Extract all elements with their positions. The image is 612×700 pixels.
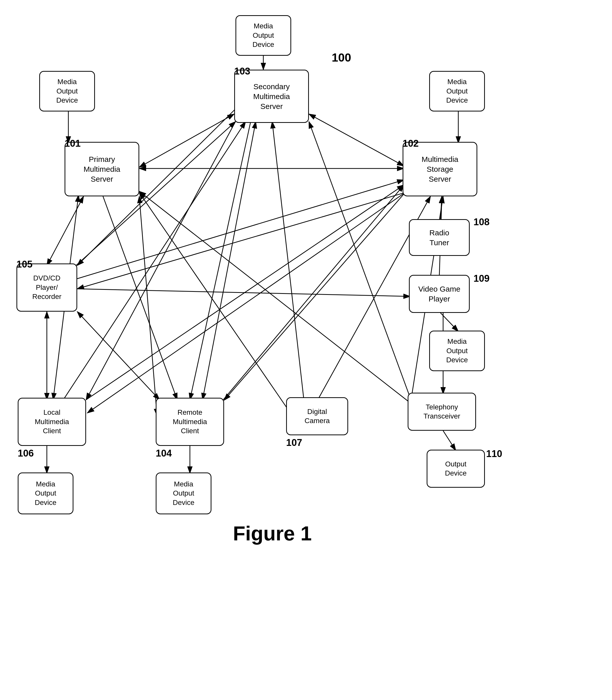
node-media-output-local: Media Output Device bbox=[18, 472, 73, 514]
figure-title: Figure 1 bbox=[233, 522, 312, 545]
label-101: 101 bbox=[65, 138, 81, 149]
node-radio-tuner: Radio Tuner bbox=[409, 219, 470, 256]
svg-line-37 bbox=[139, 191, 410, 403]
node-media-output-vgp: Media Output Device bbox=[429, 331, 485, 371]
svg-line-22 bbox=[77, 193, 405, 289]
node-label-media-remote: Media Output Device bbox=[173, 480, 194, 507]
svg-line-33 bbox=[139, 196, 157, 415]
node-remote-multimedia-client: Remote Multimedia Client bbox=[156, 398, 224, 446]
node-media-output-remote: Media Output Device bbox=[156, 472, 211, 514]
label-110: 110 bbox=[486, 449, 502, 459]
node-multimedia-storage-server: Multimedia Storage Server bbox=[403, 142, 477, 196]
node-label-storage: Multimedia Storage Server bbox=[421, 154, 458, 184]
node-dvd-cd: DVD/CD Player/ Recorder bbox=[16, 263, 77, 312]
svg-line-32 bbox=[86, 185, 404, 400]
label-103: 103 bbox=[234, 66, 250, 77]
svg-line-12 bbox=[443, 431, 456, 451]
label-105: 105 bbox=[16, 259, 32, 270]
label-109: 109 bbox=[473, 273, 489, 284]
node-label-output-110: Output Device bbox=[445, 459, 467, 478]
label-102: 102 bbox=[403, 138, 419, 149]
node-label-media-output-top: Media Output Device bbox=[252, 22, 274, 49]
node-media-output-top: Media Output Device bbox=[236, 15, 291, 56]
node-media-output-left: Media Output Device bbox=[39, 71, 95, 111]
node-label-radio: Radio Tuner bbox=[429, 228, 449, 248]
node-label-dvd: DVD/CD Player/ Recorder bbox=[32, 274, 61, 301]
node-label-media-output-left: Media Output Device bbox=[56, 77, 78, 105]
node-label-primary: Primary Multimedia Server bbox=[84, 154, 120, 184]
label-106: 106 bbox=[18, 448, 34, 459]
node-label-media-output-vgp: Media Output Device bbox=[446, 337, 468, 365]
svg-line-6 bbox=[309, 114, 404, 166]
label-104: 104 bbox=[156, 448, 172, 459]
node-label-remote: Remote Multimedia Client bbox=[173, 408, 207, 436]
system-label-100: 100 bbox=[332, 51, 351, 64]
node-label-secondary: Secondary Multimedia Server bbox=[253, 82, 290, 111]
svg-line-27 bbox=[272, 122, 304, 400]
svg-line-10 bbox=[439, 312, 458, 331]
node-label-vgp: Video Game Player bbox=[418, 284, 460, 304]
node-secondary-multimedia-server: Secondary Multimedia Server bbox=[234, 70, 309, 123]
node-primary-multimedia-server: Primary Multimedia Server bbox=[65, 142, 139, 196]
svg-line-39 bbox=[77, 289, 410, 297]
svg-line-30 bbox=[77, 312, 159, 400]
svg-line-5 bbox=[139, 114, 234, 167]
node-output-device-110: Output Device bbox=[427, 450, 485, 488]
node-telephony-transceiver: Telephony Transceiver bbox=[408, 393, 476, 431]
svg-line-13 bbox=[47, 196, 84, 265]
svg-line-19 bbox=[190, 122, 251, 400]
node-digital-camera: Digital Camera bbox=[286, 397, 348, 435]
node-media-output-right: Media Output Device bbox=[429, 71, 485, 111]
node-label-camera: Digital Camera bbox=[305, 407, 330, 426]
node-local-multimedia-client: Local Multimedia Client bbox=[18, 398, 86, 446]
svg-line-24 bbox=[224, 193, 405, 400]
diagram: Media Output Device Secondary Multimedia… bbox=[0, 0, 612, 700]
svg-line-20 bbox=[102, 195, 177, 400]
node-label-media-local: Media Output Device bbox=[35, 480, 56, 507]
node-label-telephony: Telephony Transceiver bbox=[423, 402, 460, 421]
label-108: 108 bbox=[473, 217, 489, 228]
svg-line-35 bbox=[203, 122, 256, 400]
label-107: 107 bbox=[286, 437, 302, 448]
svg-line-23 bbox=[87, 193, 405, 413]
node-label-local: Local Multimedia Client bbox=[35, 408, 69, 436]
svg-line-38 bbox=[309, 122, 410, 398]
node-video-game-player: Video Game Player bbox=[409, 275, 470, 313]
svg-line-34 bbox=[223, 185, 404, 400]
node-label-media-output-right: Media Output Device bbox=[446, 77, 468, 105]
svg-line-26 bbox=[139, 193, 289, 410]
